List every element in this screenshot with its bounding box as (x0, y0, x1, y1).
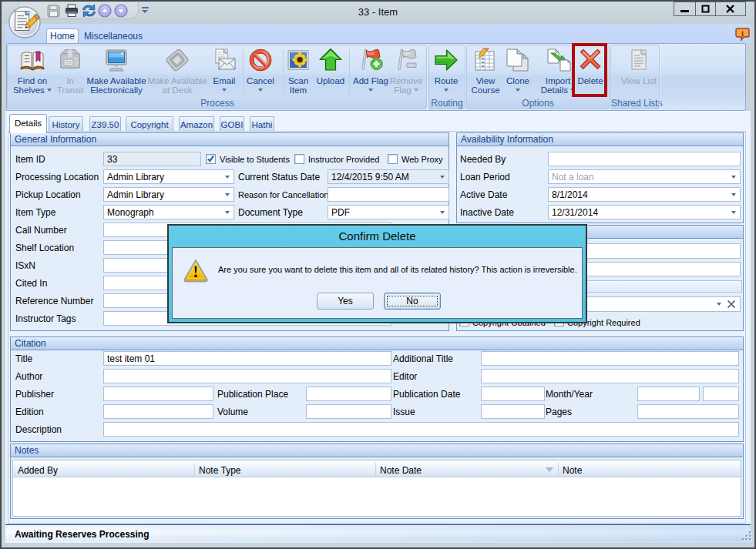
svg-text:i: i (741, 28, 744, 38)
